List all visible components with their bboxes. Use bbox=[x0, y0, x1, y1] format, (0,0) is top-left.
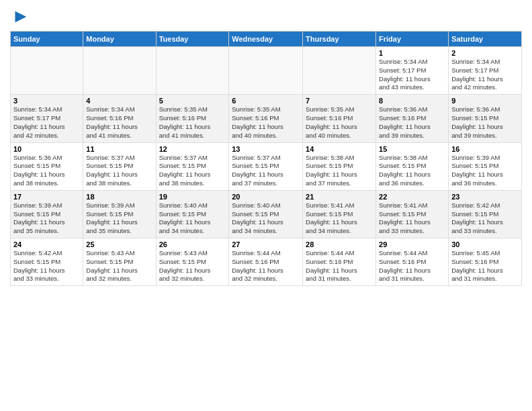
calendar-week-row: 3Sunrise: 5:34 AM Sunset: 5:17 PM Daylig… bbox=[11, 95, 522, 142]
day-info: Sunrise: 5:39 AM Sunset: 5:15 PM Dayligh… bbox=[451, 154, 519, 188]
day-number: 9 bbox=[451, 97, 519, 105]
day-number: 13 bbox=[232, 145, 300, 153]
calendar-cell: 12Sunrise: 5:37 AM Sunset: 5:15 PM Dayli… bbox=[156, 142, 229, 190]
day-header-saturday: Saturday bbox=[449, 32, 522, 47]
day-number: 15 bbox=[379, 145, 445, 153]
calendar-cell bbox=[229, 47, 303, 95]
day-info: Sunrise: 5:43 AM Sunset: 5:15 PM Dayligh… bbox=[159, 249, 226, 283]
calendar-week-row: 24Sunrise: 5:42 AM Sunset: 5:15 PM Dayli… bbox=[11, 238, 522, 286]
day-number: 27 bbox=[232, 240, 300, 248]
calendar-cell: 27Sunrise: 5:44 AM Sunset: 5:16 PM Dayli… bbox=[229, 238, 303, 286]
calendar-header-row: SundayMondayTuesdayWednesdayThursdayFrid… bbox=[11, 32, 522, 47]
day-number: 10 bbox=[13, 145, 80, 153]
calendar-cell: 17Sunrise: 5:39 AM Sunset: 5:15 PM Dayli… bbox=[11, 190, 83, 238]
calendar-week-row: 1Sunrise: 5:34 AM Sunset: 5:17 PM Daylig… bbox=[11, 47, 522, 95]
calendar-cell bbox=[156, 47, 229, 95]
day-info: Sunrise: 5:42 AM Sunset: 5:15 PM Dayligh… bbox=[13, 249, 80, 283]
day-info: Sunrise: 5:37 AM Sunset: 5:15 PM Dayligh… bbox=[86, 154, 152, 188]
day-info: Sunrise: 5:39 AM Sunset: 5:15 PM Dayligh… bbox=[13, 201, 80, 236]
day-info: Sunrise: 5:42 AM Sunset: 5:15 PM Dayligh… bbox=[451, 201, 519, 236]
calendar-cell: 7Sunrise: 5:35 AM Sunset: 5:16 PM Daylig… bbox=[303, 95, 376, 142]
day-info: Sunrise: 5:43 AM Sunset: 5:15 PM Dayligh… bbox=[86, 249, 152, 283]
day-header-wednesday: Wednesday bbox=[229, 32, 303, 47]
calendar-table: SundayMondayTuesdayWednesdayThursdayFrid… bbox=[10, 31, 522, 286]
day-number: 2 bbox=[451, 49, 519, 57]
header: ► bbox=[10, 7, 522, 26]
calendar-cell: 16Sunrise: 5:39 AM Sunset: 5:15 PM Dayli… bbox=[449, 142, 522, 190]
day-info: Sunrise: 5:41 AM Sunset: 5:15 PM Dayligh… bbox=[306, 201, 373, 236]
day-info: Sunrise: 5:35 AM Sunset: 5:16 PM Dayligh… bbox=[232, 105, 300, 140]
day-number: 6 bbox=[232, 97, 300, 105]
day-info: Sunrise: 5:41 AM Sunset: 5:15 PM Dayligh… bbox=[379, 201, 445, 236]
calendar-cell: 24Sunrise: 5:42 AM Sunset: 5:15 PM Dayli… bbox=[11, 238, 83, 286]
day-info: Sunrise: 5:36 AM Sunset: 5:15 PM Dayligh… bbox=[451, 105, 519, 140]
day-info: Sunrise: 5:37 AM Sunset: 5:15 PM Dayligh… bbox=[232, 154, 300, 188]
day-info: Sunrise: 5:40 AM Sunset: 5:15 PM Dayligh… bbox=[232, 201, 300, 236]
day-info: Sunrise: 5:34 AM Sunset: 5:17 PM Dayligh… bbox=[451, 58, 519, 92]
day-header-thursday: Thursday bbox=[303, 32, 376, 47]
calendar-week-row: 17Sunrise: 5:39 AM Sunset: 5:15 PM Dayli… bbox=[11, 190, 522, 238]
calendar-cell: 21Sunrise: 5:41 AM Sunset: 5:15 PM Dayli… bbox=[303, 190, 376, 238]
day-number: 14 bbox=[306, 145, 373, 153]
day-number: 18 bbox=[86, 193, 152, 201]
day-info: Sunrise: 5:36 AM Sunset: 5:16 PM Dayligh… bbox=[379, 105, 445, 140]
day-number: 21 bbox=[306, 193, 373, 201]
calendar-cell bbox=[83, 47, 156, 95]
calendar-body: 1Sunrise: 5:34 AM Sunset: 5:17 PM Daylig… bbox=[11, 47, 522, 286]
calendar-week-row: 10Sunrise: 5:36 AM Sunset: 5:15 PM Dayli… bbox=[11, 142, 522, 190]
calendar-cell: 14Sunrise: 5:38 AM Sunset: 5:15 PM Dayli… bbox=[303, 142, 376, 190]
calendar-cell: 29Sunrise: 5:44 AM Sunset: 5:16 PM Dayli… bbox=[376, 238, 449, 286]
calendar-cell: 18Sunrise: 5:39 AM Sunset: 5:15 PM Dayli… bbox=[83, 190, 156, 238]
day-number: 16 bbox=[451, 145, 519, 153]
main-container: ► SundayMondayTuesdayWednesdayThursdayFr… bbox=[0, 0, 532, 293]
calendar-cell: 2Sunrise: 5:34 AM Sunset: 5:17 PM Daylig… bbox=[449, 47, 522, 95]
day-number: 24 bbox=[13, 240, 80, 248]
day-info: Sunrise: 5:38 AM Sunset: 5:15 PM Dayligh… bbox=[379, 154, 445, 188]
day-number: 22 bbox=[379, 193, 445, 201]
calendar-cell: 30Sunrise: 5:45 AM Sunset: 5:16 PM Dayli… bbox=[449, 238, 522, 286]
calendar-cell: 1Sunrise: 5:34 AM Sunset: 5:17 PM Daylig… bbox=[376, 47, 449, 95]
day-number: 4 bbox=[86, 97, 152, 105]
day-number: 25 bbox=[86, 240, 152, 248]
day-number: 5 bbox=[159, 97, 226, 105]
calendar-cell: 26Sunrise: 5:43 AM Sunset: 5:15 PM Dayli… bbox=[156, 238, 229, 286]
day-number: 12 bbox=[159, 145, 226, 153]
day-info: Sunrise: 5:36 AM Sunset: 5:15 PM Dayligh… bbox=[13, 154, 80, 188]
day-info: Sunrise: 5:40 AM Sunset: 5:15 PM Dayligh… bbox=[159, 201, 226, 236]
calendar-cell: 15Sunrise: 5:38 AM Sunset: 5:15 PM Dayli… bbox=[376, 142, 449, 190]
day-info: Sunrise: 5:44 AM Sunset: 5:16 PM Dayligh… bbox=[232, 249, 300, 283]
calendar-cell bbox=[11, 47, 83, 95]
calendar-cell: 13Sunrise: 5:37 AM Sunset: 5:15 PM Dayli… bbox=[229, 142, 303, 190]
calendar-cell: 10Sunrise: 5:36 AM Sunset: 5:15 PM Dayli… bbox=[11, 142, 83, 190]
day-number: 17 bbox=[13, 193, 80, 201]
day-header-sunday: Sunday bbox=[11, 32, 83, 47]
day-number: 26 bbox=[159, 240, 226, 248]
day-info: Sunrise: 5:38 AM Sunset: 5:15 PM Dayligh… bbox=[306, 154, 373, 188]
day-number: 3 bbox=[13, 97, 80, 105]
logo-icon: ► bbox=[11, 7, 30, 26]
day-number: 28 bbox=[306, 240, 373, 248]
day-header-monday: Monday bbox=[83, 32, 156, 47]
day-info: Sunrise: 5:37 AM Sunset: 5:15 PM Dayligh… bbox=[159, 154, 226, 188]
calendar-cell: 8Sunrise: 5:36 AM Sunset: 5:16 PM Daylig… bbox=[376, 95, 449, 142]
day-info: Sunrise: 5:39 AM Sunset: 5:15 PM Dayligh… bbox=[86, 201, 152, 236]
calendar-cell: 6Sunrise: 5:35 AM Sunset: 5:16 PM Daylig… bbox=[229, 95, 303, 142]
calendar-cell: 28Sunrise: 5:44 AM Sunset: 5:16 PM Dayli… bbox=[303, 238, 376, 286]
logo: ► bbox=[10, 7, 30, 26]
calendar-cell: 20Sunrise: 5:40 AM Sunset: 5:15 PM Dayli… bbox=[229, 190, 303, 238]
calendar-cell: 22Sunrise: 5:41 AM Sunset: 5:15 PM Dayli… bbox=[376, 190, 449, 238]
calendar-cell: 9Sunrise: 5:36 AM Sunset: 5:15 PM Daylig… bbox=[449, 95, 522, 142]
calendar-cell: 3Sunrise: 5:34 AM Sunset: 5:17 PM Daylig… bbox=[11, 95, 83, 142]
calendar-cell bbox=[303, 47, 376, 95]
day-number: 30 bbox=[451, 240, 519, 248]
day-number: 7 bbox=[306, 97, 373, 105]
day-info: Sunrise: 5:45 AM Sunset: 5:16 PM Dayligh… bbox=[451, 249, 519, 283]
day-number: 23 bbox=[451, 193, 519, 201]
day-number: 11 bbox=[86, 145, 152, 153]
calendar-cell: 25Sunrise: 5:43 AM Sunset: 5:15 PM Dayli… bbox=[83, 238, 156, 286]
day-info: Sunrise: 5:34 AM Sunset: 5:16 PM Dayligh… bbox=[86, 105, 152, 140]
day-number: 19 bbox=[159, 193, 226, 201]
day-number: 1 bbox=[379, 49, 445, 57]
calendar-cell: 5Sunrise: 5:35 AM Sunset: 5:16 PM Daylig… bbox=[156, 95, 229, 142]
day-header-friday: Friday bbox=[376, 32, 449, 47]
